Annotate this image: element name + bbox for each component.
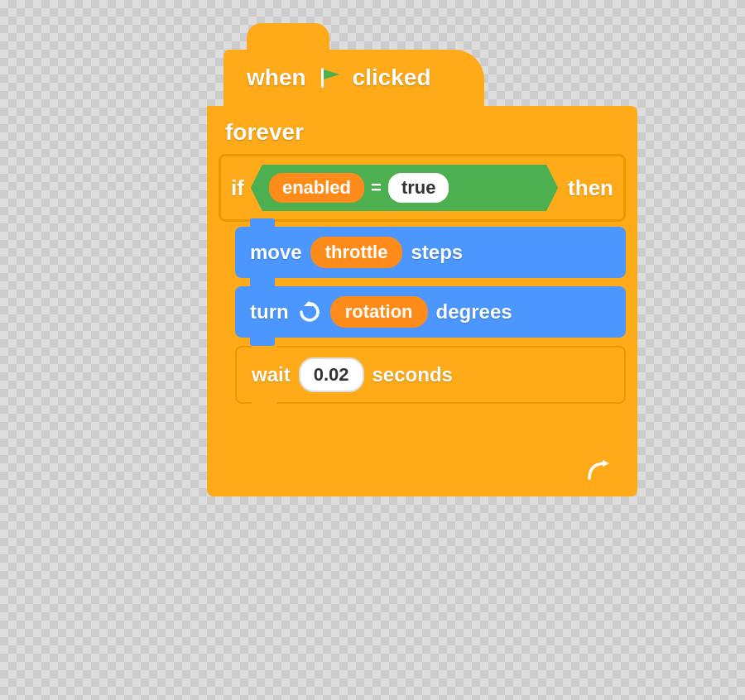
repeat-arrow-icon	[583, 455, 613, 485]
wait-value[interactable]: 0.02	[299, 357, 364, 392]
hat-bump	[247, 23, 329, 50]
if-label: if	[231, 175, 244, 201]
inner-blocks: move throttle steps turn rotation degree…	[235, 227, 626, 404]
wait-notch-bottom	[252, 402, 276, 410]
forever-arrow-area	[207, 455, 637, 485]
wait-block[interactable]: wait 0.02 seconds	[235, 346, 626, 404]
steps-text: steps	[411, 241, 463, 264]
when-text: when	[247, 65, 306, 91]
clicked-text: clicked	[353, 65, 431, 91]
hat-block[interactable]: when clicked	[223, 23, 484, 106]
move-notch-top	[250, 218, 275, 227]
turn-notch-bottom	[250, 338, 275, 346]
then-label: then	[568, 175, 613, 201]
move-block[interactable]: move throttle steps	[235, 227, 626, 278]
forever-label: forever	[207, 106, 637, 154]
forever-end-row	[219, 419, 626, 452]
condition-val: true	[388, 173, 449, 203]
clockwise-icon	[297, 300, 322, 324]
equals-sign: =	[371, 177, 382, 199]
rotation-pill: rotation	[330, 296, 428, 328]
wait-text: wait	[252, 363, 291, 386]
move-text: move	[250, 241, 302, 264]
forever-block: forever if enabled = true then move	[207, 106, 637, 496]
condition-var: enabled	[269, 173, 364, 203]
svg-marker-2	[603, 460, 609, 467]
turn-text: turn	[250, 300, 289, 324]
if-then-block[interactable]: if enabled = true then	[219, 154, 626, 222]
throttle-pill: throttle	[310, 237, 403, 268]
move-notch-bottom	[250, 278, 275, 286]
degrees-text: degrees	[436, 300, 512, 324]
workspace-background: when clicked forever if enabled	[0, 0, 745, 700]
flag-icon	[315, 63, 344, 93]
svg-rect-0	[321, 68, 324, 88]
turn-block[interactable]: turn rotation degrees	[235, 286, 626, 338]
block-stack: when clicked forever if enabled	[141, 23, 604, 677]
seconds-text: seconds	[372, 363, 453, 386]
hat-body: when clicked	[223, 50, 484, 106]
condition-diamond: enabled = true	[251, 165, 558, 211]
